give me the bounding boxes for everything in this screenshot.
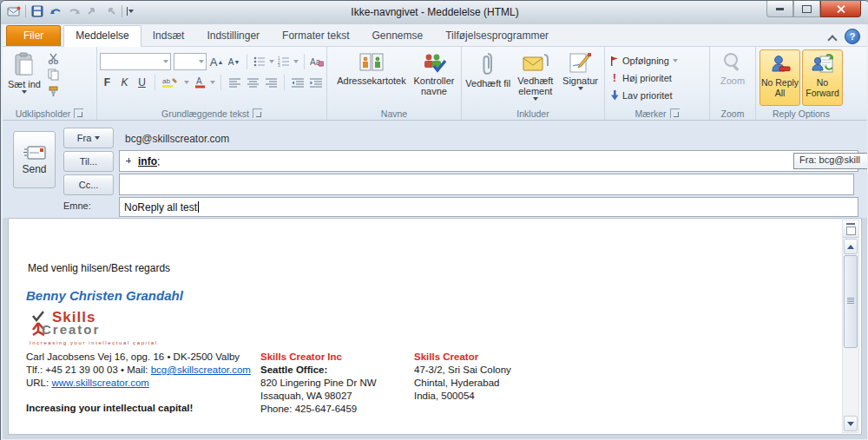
no-reply-all-icon [770,54,791,75]
group-zoom: Zoom Zoom [710,47,756,120]
minimize-icon [776,8,784,10]
recipient-chip[interactable]: info [138,155,157,167]
scroll-up-button[interactable] [844,239,858,254]
grow-font-icon[interactable]: A▲ [209,55,224,69]
address-book-button[interactable]: Adressekartotek [332,49,411,107]
clipboard-dialog-launcher-icon[interactable] [74,108,83,118]
vertical-scrollbar[interactable] [842,220,859,433]
align-left-icon[interactable] [227,76,242,89]
low-priority-button[interactable]: Lav prioritet [608,87,681,103]
font-size-combobox[interactable] [174,53,207,70]
group-clipboard: Sæt ind Udklipsholder [3,47,97,120]
website-link[interactable]: www.skillscreator.com [51,378,148,388]
no-reply-all-button[interactable]: No Reply All [760,49,800,106]
ribbon: Sæt ind Udklipsholder [3,47,867,121]
minimize-button[interactable] [766,1,793,17]
low-priority-icon [610,90,619,101]
subject-field[interactable]: NoReply all test [119,197,858,217]
from-button[interactable]: Fra [63,128,114,148]
message-body[interactable]: Med venlig hilsen/Best regards Benny Chr… [8,218,862,435]
url-line: URL: www.skillscreator.com [26,377,260,390]
tags-dialog-launcher-icon[interactable] [670,108,680,118]
svg-text:ab: ab [162,77,170,85]
cc-button[interactable]: Cc... [63,174,114,195]
bullets-icon[interactable] [253,55,266,69]
font-name-combobox[interactable] [100,53,171,70]
address-line: 47-3/2, Sri Sai Colony [414,364,553,377]
underline-button[interactable]: U [135,76,149,90]
follow-up-button[interactable]: Opfølgning [608,52,681,69]
tab-format-text[interactable]: Formater tekst [271,26,360,46]
group-tags: Opfølgning ! Høj prioritet Lav prioritet… [605,47,710,120]
logo-creator-text: Creator [42,324,100,336]
align-right-icon[interactable] [263,76,279,89]
send-button[interactable]: Send [13,131,56,188]
tab-bar-right-controls: ? [829,29,860,44]
numbering-dropdown-icon[interactable] [293,60,299,63]
signature-button[interactable]: Signatur [559,49,602,107]
maximize-button[interactable] [793,1,820,17]
cc-field[interactable] [119,174,854,195]
to-button[interactable]: Til... [63,151,114,172]
decrease-indent-icon[interactable] [290,76,306,89]
format-painter-icon[interactable] [45,84,61,98]
zoom-button: Zoom [714,49,751,107]
copy-icon[interactable] [45,68,61,82]
check-names-icon [422,52,446,73]
scrollbar-top-button[interactable] [843,220,858,238]
group-names: Adressekartotek Kontroller navne Navne [327,47,462,120]
paste-dropdown-icon [22,90,27,94]
bullets-dropdown-icon[interactable] [269,60,274,63]
minimize-ribbon-icon[interactable] [829,35,836,39]
scroll-down-button[interactable] [844,416,858,431]
address-line: Issaquah, WA 98027 [260,390,417,403]
basic-text-dialog-launcher-icon[interactable] [253,108,262,118]
scrollbar-thumb[interactable] [844,255,858,348]
split-handle-icon [846,223,855,225]
increase-indent-icon[interactable] [308,76,324,89]
bold-button[interactable]: F [100,76,115,90]
check-names-button[interactable]: Kontroller navne [411,49,457,107]
flag-icon [610,56,619,66]
no-forward-button[interactable]: No Forward [802,49,843,106]
align-center-icon[interactable] [245,76,260,89]
signature-dropdown-icon [578,87,583,90]
svg-text:3: 3 [278,63,280,67]
phone-line: Phone: 425-647-6459 [260,403,417,416]
logo-tagline: Increasing your intellectual capital [30,340,151,345]
tab-file[interactable]: Filer [6,25,61,46]
font-color-icon[interactable]: A [192,76,207,89]
attach-file-button[interactable]: Vedhæft fil [464,49,512,107]
highlight-color-icon[interactable]: ab [161,76,181,89]
group-label-zoom: Zoom [721,108,745,119]
email-link[interactable]: bcg@skillscreator.com [151,364,251,375]
tab-insert[interactable]: Indsæt [141,26,196,46]
expand-recipient-icon[interactable] [124,156,134,166]
skills-creator-logo: Skills Creator Increasing your intellect… [30,311,151,345]
to-field[interactable]: info ; [119,150,858,172]
numbering-icon[interactable]: 123 [277,55,291,69]
follow-up-dropdown-icon [673,59,678,62]
help-icon[interactable]: ? [845,29,860,44]
close-button[interactable] [820,1,861,17]
clear-formatting-icon[interactable]: Aa [310,55,324,69]
ribbon-tab-bar: Filer Meddelelse Indsæt Indstillinger Fo… [3,24,867,47]
tab-options[interactable]: Indstillinger [195,26,271,46]
attach-item-button[interactable]: Vedhæft element [512,49,560,107]
tab-addins[interactable]: Tilføjelsesprogrammer [434,26,560,46]
paste-button[interactable]: Sæt ind [5,49,43,107]
group-label-names: Navne [381,108,407,119]
shrink-font-icon[interactable]: A▼ [227,55,241,69]
tab-message[interactable]: Meddelelse [63,25,141,47]
high-priority-button[interactable]: ! Høj prioritet [608,69,681,86]
office-title: Skills Creator Inc [260,351,417,364]
group-label-tags: Mærker [635,108,666,119]
group-label-reply-options: Reply Options [773,108,830,119]
high-priority-icon: ! [610,71,619,84]
tab-review[interactable]: Gennemse [360,26,434,46]
cut-icon[interactable] [45,51,61,65]
address-line: Carl Jacobsens Vej 16, opg. 16 • DK-2500… [26,351,260,364]
italic-button[interactable]: K [117,76,132,90]
group-label-clipboard: Udklipsholder [16,108,71,119]
zoom-icon [722,52,743,73]
